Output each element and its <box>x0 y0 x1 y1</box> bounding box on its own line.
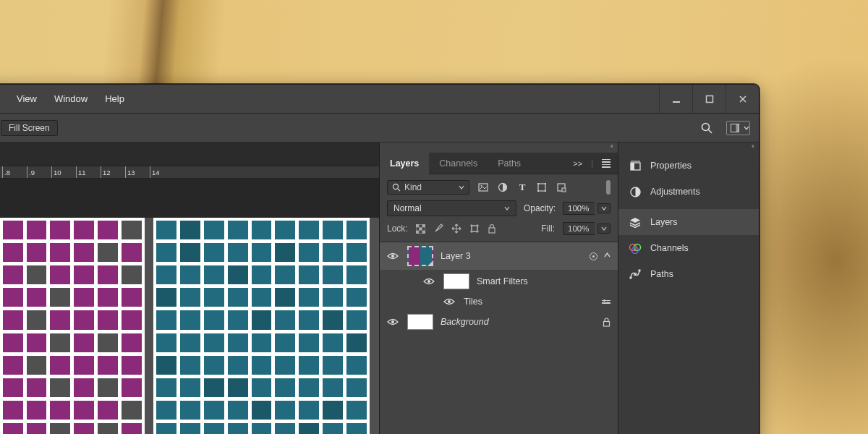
lock-pixels-icon[interactable] <box>433 224 443 234</box>
fill-value: 100% <box>563 222 595 235</box>
filter-kind-dropdown[interactable]: Kind <box>387 180 469 195</box>
svg-rect-19 <box>416 224 419 227</box>
dock-label: Layers <box>650 217 678 227</box>
layer-name[interactable]: Layer 3 <box>441 251 582 261</box>
opacity-label: Opacity: <box>524 203 556 213</box>
smart-filters-label: Smart Filters <box>477 276 610 286</box>
opacity-input[interactable]: 100% <box>563 202 610 215</box>
svg-rect-5 <box>736 124 739 132</box>
search-icon[interactable] <box>700 122 713 135</box>
dock-adjustments[interactable]: Adjustments <box>618 179 759 205</box>
menu-window[interactable]: Window <box>46 93 96 104</box>
fill-screen-button[interactable]: Fill Screen <box>1 120 58 136</box>
blend-mode-value: Normal <box>393 203 422 213</box>
layers-icon <box>629 216 642 229</box>
workspace-switcher[interactable] <box>726 121 750 135</box>
lock-artboard-icon[interactable] <box>469 224 480 234</box>
filter-type-icon[interactable]: T <box>516 182 528 193</box>
document-tabs <box>0 142 379 166</box>
tiles-pattern-purple <box>0 218 145 434</box>
tab-layers[interactable]: Layers <box>380 153 429 174</box>
smart-object-badge-icon <box>589 252 598 261</box>
options-right-icons <box>700 121 750 135</box>
menu-help[interactable]: Help <box>96 93 133 104</box>
tab-paths[interactable]: Paths <box>488 153 531 174</box>
dock-label: Channels <box>650 243 689 253</box>
lock-all-icon[interactable] <box>488 224 496 234</box>
visibility-icon[interactable] <box>423 277 436 286</box>
filter-options-icon[interactable] <box>602 300 610 304</box>
filter-pixel-icon[interactable] <box>477 182 489 192</box>
horizontal-ruler[interactable]: .5 .6 .7 .8 .9 10 11 12 13 14 <box>0 166 379 179</box>
visibility-icon[interactable] <box>387 318 400 326</box>
filter-toggle[interactable] <box>606 180 610 195</box>
workspace: .5 .6 .7 .8 .9 10 11 12 13 14 ‹‹ <box>0 142 759 434</box>
blend-mode-dropdown[interactable]: Normal <box>387 200 516 216</box>
layer-row-background[interactable]: Background <box>380 310 618 333</box>
layer-thumbnail <box>407 314 433 330</box>
canvas-pasteboard <box>0 179 379 218</box>
canvas-area: .5 .6 .7 .8 .9 10 11 12 13 14 <box>0 142 379 434</box>
svg-rect-36 <box>604 321 610 326</box>
layers-panel: ‹‹ Layers Channels Paths >> | <box>379 142 618 434</box>
dock-properties[interactable]: Properties <box>618 153 759 179</box>
collapse-filters-icon[interactable] <box>604 252 610 261</box>
ruler-tick: 12 <box>101 166 125 178</box>
svg-rect-14 <box>537 190 539 192</box>
svg-line-3 <box>709 129 712 133</box>
chevron-down-icon <box>597 224 610 234</box>
menu-items: View Window Help <box>8 93 133 104</box>
smart-filters-row[interactable]: Smart Filters <box>380 270 618 293</box>
svg-point-2 <box>702 123 710 130</box>
properties-icon <box>629 159 642 172</box>
visibility-icon[interactable] <box>387 252 400 260</box>
svg-rect-15 <box>545 190 546 192</box>
svg-rect-0 <box>673 101 680 103</box>
options-bar: Fill Screen <box>0 114 759 142</box>
lock-row: Lock: Fill: 100% <box>380 221 618 242</box>
filter-shape-icon[interactable] <box>536 182 548 192</box>
panel-menu-icon[interactable] <box>602 159 610 168</box>
svg-point-32 <box>592 255 595 258</box>
dock-channels[interactable]: Channels <box>618 235 759 261</box>
document-canvas[interactable] <box>0 218 379 434</box>
svg-rect-45 <box>639 270 641 272</box>
tiles-pattern-teal <box>153 218 370 434</box>
dock-label: Properties <box>650 161 692 171</box>
filter-mask-thumbnail <box>443 273 469 289</box>
svg-rect-11 <box>538 184 545 191</box>
filter-row-tiles[interactable]: Tiles <box>380 293 618 310</box>
dock-collapse-button[interactable]: ‹‹ <box>618 142 759 153</box>
panel-expand-button[interactable]: >> <box>573 159 582 168</box>
lock-transparency-icon[interactable] <box>416 224 425 234</box>
svg-rect-13 <box>545 183 546 184</box>
layer-row-layer3[interactable]: Layer 3 <box>380 242 618 270</box>
lock-position-icon[interactable] <box>451 224 461 234</box>
separator: | <box>591 159 593 168</box>
close-button[interactable] <box>726 85 759 113</box>
minimize-button[interactable] <box>659 85 692 113</box>
svg-line-7 <box>398 189 400 191</box>
panel-collapse-button[interactable]: ‹‹ <box>380 142 618 153</box>
svg-point-34 <box>448 300 451 303</box>
svg-point-6 <box>393 184 399 190</box>
photoshop-window: View Window Help Fill Screen .5 .6 .7 <box>0 84 760 434</box>
svg-rect-22 <box>416 230 419 233</box>
ruler-tick: .8 <box>2 166 27 178</box>
visibility-icon[interactable] <box>443 297 456 306</box>
svg-point-9 <box>481 185 482 187</box>
layer-name[interactable]: Background <box>441 317 595 327</box>
filter-smartobject-icon[interactable] <box>556 182 567 192</box>
tab-channels[interactable]: Channels <box>429 153 488 174</box>
dock-label: Paths <box>650 269 673 279</box>
right-panels: ‹‹ Layers Channels Paths >> | <box>379 142 759 434</box>
ruler-tick: .9 <box>27 166 51 178</box>
filter-adjustment-icon[interactable] <box>497 182 509 192</box>
dock-layers[interactable]: Layers <box>618 209 759 235</box>
maximize-button[interactable] <box>692 85 726 113</box>
dock-paths[interactable]: Paths <box>618 261 759 287</box>
menu-bar: View Window Help <box>0 85 759 114</box>
svg-rect-24 <box>472 226 477 231</box>
menu-view[interactable]: View <box>8 93 46 104</box>
fill-input[interactable]: 100% <box>563 222 610 235</box>
